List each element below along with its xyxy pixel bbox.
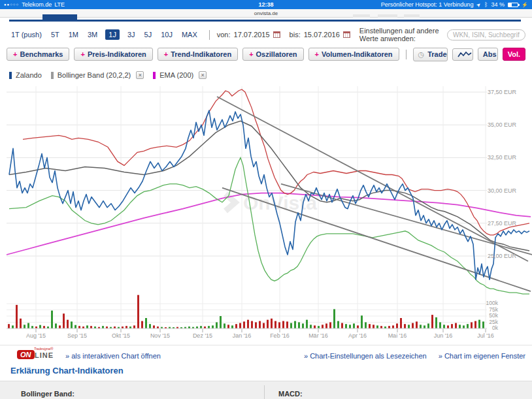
- symbol-search-input[interactable]: [447, 29, 525, 40]
- volume-bar: [455, 323, 457, 328]
- button-label: Volumen-Indikatoren: [322, 50, 393, 58]
- volume-bar: [71, 321, 73, 328]
- volume-bar: [298, 323, 300, 329]
- add-oszillatoren-button[interactable]: +Oszillatoren: [242, 48, 303, 61]
- own-window-link[interactable]: » Chart im eigenen Fenster: [439, 352, 525, 360]
- month-axis-label: Feb '16: [270, 332, 290, 339]
- volume-bar: [247, 320, 249, 328]
- volume-bar: [435, 317, 437, 328]
- volume-bar: [424, 325, 425, 328]
- charging-bolt-icon: ⚡: [522, 2, 528, 8]
- range-1tpush[interactable]: 1T (push): [11, 31, 42, 39]
- month-axis-label: Sep '15: [67, 332, 87, 339]
- range-toolbar: 1T (push)5T1M3M1J3J5J10JMAX von: 17.07.2…: [7, 26, 525, 43]
- date-from-value: 17.07.2015: [234, 31, 270, 39]
- volume-bar: [459, 325, 461, 328]
- volume-bar: [325, 323, 327, 328]
- chart-type-group: ▼: [452, 48, 473, 61]
- volume-bar: [263, 323, 265, 328]
- chart-footer: Tradesignal® ON LINE » als interaktiven …: [0, 347, 532, 362]
- hotspot-status-label: Persönlicher Hotspot: 1 Verbindung: [381, 1, 474, 8]
- volume-bar: [145, 318, 147, 328]
- battery-percent-label: 34 %: [491, 1, 505, 8]
- volume-bar: [439, 323, 441, 329]
- volume-bar: [267, 320, 269, 328]
- remove-indicator-button[interactable]: ×: [199, 71, 207, 79]
- volume-bar: [329, 323, 331, 329]
- volume-bar: [290, 323, 292, 328]
- price-axis-label: 30,00 EUR: [488, 187, 517, 194]
- range-10j[interactable]: 10J: [161, 31, 173, 39]
- range-1j[interactable]: 1J: [105, 29, 120, 40]
- add-preis-indikatoren-button[interactable]: +Preis-Indikatoren: [74, 48, 152, 61]
- exchange-select-group: ◷ Tradegate ▼: [413, 48, 448, 61]
- logo-line-label: LINE: [35, 351, 54, 359]
- volume-bar: [357, 325, 359, 328]
- volume-axis-label: 0k: [492, 325, 499, 331]
- price-axis-label: 32,50 EUR: [488, 154, 517, 161]
- url-bar[interactable]: onvista.de: [0, 9, 532, 18]
- volume-bar: [141, 321, 143, 328]
- toolbar-divider: [209, 30, 210, 40]
- button-label: Benchmarks: [20, 50, 63, 58]
- volume-axis-label: 100k: [486, 300, 499, 306]
- range-1m[interactable]: 1M: [69, 31, 78, 39]
- volume-bar: [443, 325, 445, 328]
- add-trend-indikatoren-button[interactable]: +Trend-Indikatoren: [158, 48, 238, 61]
- volume-bar: [341, 323, 343, 328]
- scale-abs-button[interactable]: Abs: [478, 48, 498, 60]
- volume-bar: [75, 325, 76, 328]
- volume-bar: [43, 326, 45, 328]
- chart-type-button[interactable]: [453, 49, 473, 60]
- volume-bar: [133, 325, 135, 328]
- range-5t[interactable]: 5T: [51, 31, 59, 39]
- volume-bar: [27, 323, 29, 328]
- volume-bar: [20, 319, 22, 328]
- month-axis-label: Mai '16: [388, 332, 407, 339]
- scale-select-group: Abs ▼: [478, 48, 498, 61]
- volume-bar: [153, 325, 155, 328]
- volume-bar: [306, 320, 308, 328]
- volume-bar: [412, 323, 414, 328]
- volume-axis-label: 75k: [489, 306, 498, 313]
- series-boll_middle: [9, 121, 529, 251]
- range-max[interactable]: MAX: [182, 31, 197, 39]
- tradesignal-online-logo[interactable]: Tradesignal® ON LINE: [17, 348, 63, 361]
- volume-bar: [208, 326, 210, 328]
- url-text: onvista.de: [254, 10, 278, 16]
- volume-bar: [427, 323, 429, 328]
- volume-toggle-button[interactable]: Vol.: [503, 48, 525, 61]
- add-benchmarks-button[interactable]: +Benchmarks: [7, 48, 69, 61]
- bookmark-settings-link[interactable]: » Chart-Einstellungen als Lesezeichen: [304, 352, 427, 360]
- volume-axis-label: 50k: [489, 312, 498, 319]
- volume-bar: [149, 324, 151, 328]
- volume-bar: [474, 321, 476, 328]
- toolbar-divider: [406, 50, 407, 59]
- range-5j[interactable]: 5J: [144, 31, 152, 39]
- volume-bar: [278, 323, 280, 329]
- calendar-icon[interactable]: [273, 31, 280, 38]
- add-volumen-indikatoren-button[interactable]: +Volumen-Indikatoren: [308, 48, 399, 61]
- range-3m[interactable]: 3M: [88, 31, 97, 39]
- volume-bar: [67, 320, 69, 328]
- volume-bar: [467, 324, 469, 328]
- volume-axis-label: 25k: [489, 319, 498, 325]
- status-bar: ●●○○○ Telekom.de LTE 12:38 Persönlicher …: [0, 0, 532, 9]
- price-axis-label: 25,00 EUR: [488, 253, 517, 259]
- calendar-icon[interactable]: [343, 31, 350, 38]
- legend-item-zalando: Zalando: [9, 71, 42, 79]
- range-3j[interactable]: 3J: [127, 31, 135, 39]
- volume-bar: [322, 325, 324, 328]
- volume-bar: [137, 295, 139, 328]
- volume-bar: [471, 323, 473, 329]
- volume-bar: [224, 323, 225, 328]
- month-axis-label: Apr '16: [348, 332, 367, 339]
- exchange-button[interactable]: ◷ Tradegate: [414, 48, 448, 61]
- open-interactive-chart-link[interactable]: » als interaktiven Chart öffnen: [65, 352, 161, 360]
- remove-indicator-button[interactable]: ×: [136, 71, 144, 79]
- location-arrow-icon: ➤: [475, 1, 482, 8]
- volume-bar: [478, 320, 480, 328]
- date-from-label: von:: [217, 31, 231, 39]
- plus-icon: +: [13, 50, 17, 58]
- volume-bar: [12, 325, 14, 328]
